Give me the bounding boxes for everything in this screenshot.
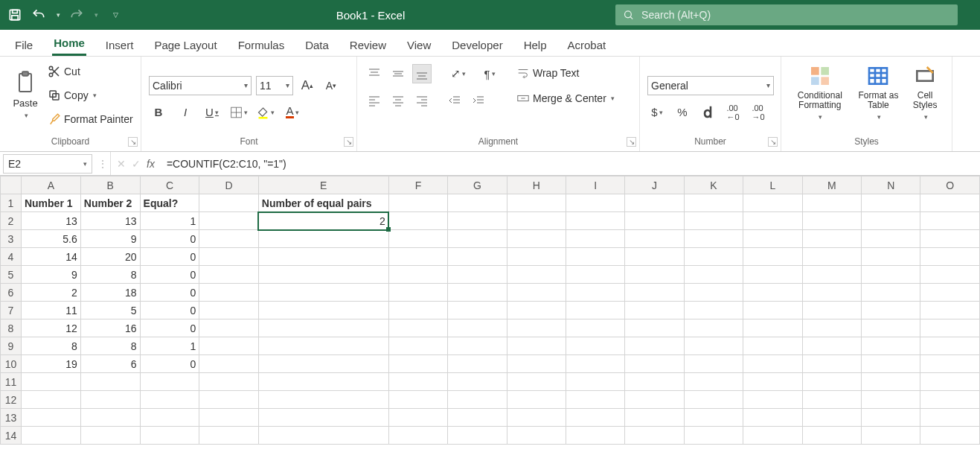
cell-H6[interactable] xyxy=(507,284,566,302)
cell-K9[interactable] xyxy=(684,337,743,355)
dialog-launcher-icon[interactable]: ↘ xyxy=(627,137,636,147)
align-bottom-icon[interactable] xyxy=(412,64,432,83)
cell-I12[interactable] xyxy=(566,391,624,409)
cell-H2[interactable] xyxy=(507,212,566,230)
col-header-A[interactable]: A xyxy=(21,176,80,194)
spreadsheet-grid[interactable]: ABCDEFGHIJKLMNO1Number 1Number 2Equal?Nu… xyxy=(0,176,980,445)
col-header-O[interactable]: O xyxy=(920,176,980,194)
cell-I7[interactable] xyxy=(566,302,624,319)
cell-J10[interactable] xyxy=(625,355,684,373)
cell-O11[interactable] xyxy=(920,373,980,391)
cell-A11[interactable] xyxy=(21,373,80,391)
col-header-G[interactable]: G xyxy=(448,176,507,194)
cell-I13[interactable] xyxy=(566,409,624,427)
fill-color-button[interactable]: ▾ xyxy=(256,103,275,122)
cell-O10[interactable] xyxy=(920,355,980,373)
cell-F10[interactable] xyxy=(388,355,447,373)
cell-E9[interactable] xyxy=(258,337,388,355)
cell-N12[interactable] xyxy=(862,391,920,409)
row-header-10[interactable]: 10 xyxy=(1,355,22,373)
cell-C11[interactable] xyxy=(140,373,199,391)
enter-icon[interactable]: ✓ xyxy=(132,158,141,170)
cell-N6[interactable] xyxy=(862,284,920,302)
decrease-decimal-icon[interactable]: .00→0 xyxy=(749,103,768,122)
col-header-N[interactable]: N xyxy=(862,176,920,194)
cell-E4[interactable] xyxy=(258,248,388,266)
cell-J3[interactable] xyxy=(625,230,684,248)
cell-O6[interactable] xyxy=(920,284,980,302)
cell-F4[interactable] xyxy=(388,248,447,266)
cell-A14[interactable] xyxy=(21,427,80,445)
font-size-combo[interactable]: 11▾ xyxy=(256,76,293,95)
cell-E10[interactable] xyxy=(258,355,388,373)
cell-G1[interactable] xyxy=(448,194,507,212)
cell-A7[interactable]: 11 xyxy=(21,302,80,319)
cell-O2[interactable] xyxy=(920,212,980,230)
formula-input[interactable]: =COUNTIF(C2:C10, "=1") xyxy=(161,158,980,170)
cell-J2[interactable] xyxy=(625,212,684,230)
cell-L3[interactable] xyxy=(743,230,802,248)
cell-M7[interactable] xyxy=(802,302,861,319)
cell-G13[interactable] xyxy=(448,409,507,427)
cell-H11[interactable] xyxy=(507,373,566,391)
cell-N14[interactable] xyxy=(862,427,920,445)
cell-F5[interactable] xyxy=(388,266,447,284)
row-header-6[interactable]: 6 xyxy=(1,284,22,302)
search-box[interactable] xyxy=(615,4,958,25)
cell-F2[interactable] xyxy=(388,212,447,230)
cell-I1[interactable] xyxy=(566,194,624,212)
cell-J5[interactable] xyxy=(625,266,684,284)
cell-I5[interactable] xyxy=(566,266,624,284)
tab-formulas[interactable]: Formulas xyxy=(237,34,286,56)
cell-C9[interactable]: 1 xyxy=(140,337,199,355)
cell-I4[interactable] xyxy=(566,248,624,266)
cell-M4[interactable] xyxy=(802,248,861,266)
cell-H7[interactable] xyxy=(507,302,566,319)
cell-B13[interactable] xyxy=(80,409,140,427)
cell-L1[interactable] xyxy=(743,194,802,212)
cell-D7[interactable] xyxy=(199,302,258,319)
cell-O5[interactable] xyxy=(920,266,980,284)
cell-K3[interactable] xyxy=(684,230,743,248)
tab-page-layout[interactable]: Page Layout xyxy=(153,34,218,56)
cell-E2[interactable]: 2 xyxy=(258,212,388,230)
cell-D10[interactable] xyxy=(199,355,258,373)
cell-N7[interactable] xyxy=(862,302,920,319)
cell-J11[interactable] xyxy=(625,373,684,391)
cell-E7[interactable] xyxy=(258,302,388,319)
cell-H5[interactable] xyxy=(507,266,566,284)
cut-button[interactable]: Cut xyxy=(48,63,133,80)
cell-K12[interactable] xyxy=(684,391,743,409)
cell-G9[interactable] xyxy=(448,337,507,355)
cell-C7[interactable]: 0 xyxy=(140,302,199,319)
cell-D14[interactable] xyxy=(199,427,258,445)
cell-N13[interactable] xyxy=(862,409,920,427)
select-all-corner[interactable] xyxy=(1,176,22,194)
cell-O3[interactable] xyxy=(920,230,980,248)
cell-B7[interactable]: 5 xyxy=(80,302,140,319)
row-header-3[interactable]: 3 xyxy=(1,230,22,248)
cell-A6[interactable]: 2 xyxy=(21,284,80,302)
cell-F14[interactable] xyxy=(388,427,447,445)
cell-B11[interactable] xyxy=(80,373,140,391)
cell-E3[interactable] xyxy=(258,230,388,248)
cell-O8[interactable] xyxy=(920,319,980,337)
cell-D6[interactable] xyxy=(199,284,258,302)
expand-namebox-icon[interactable]: ⋮ xyxy=(95,158,110,170)
cell-I11[interactable] xyxy=(566,373,624,391)
col-header-C[interactable]: C xyxy=(140,176,199,194)
row-header-7[interactable]: 7 xyxy=(1,302,22,319)
wrap-text-button[interactable]: Wrap Text xyxy=(516,64,615,82)
cell-M11[interactable] xyxy=(802,373,861,391)
cell-K7[interactable] xyxy=(684,302,743,319)
cell-K11[interactable] xyxy=(684,373,743,391)
redo-icon[interactable] xyxy=(69,7,84,22)
cell-L8[interactable] xyxy=(743,319,802,337)
cell-I9[interactable] xyxy=(566,337,624,355)
cell-M9[interactable] xyxy=(802,337,861,355)
tab-view[interactable]: View xyxy=(406,34,432,56)
cell-E13[interactable] xyxy=(258,409,388,427)
cell-M3[interactable] xyxy=(802,230,861,248)
row-header-2[interactable]: 2 xyxy=(1,212,22,230)
cell-I10[interactable] xyxy=(566,355,624,373)
